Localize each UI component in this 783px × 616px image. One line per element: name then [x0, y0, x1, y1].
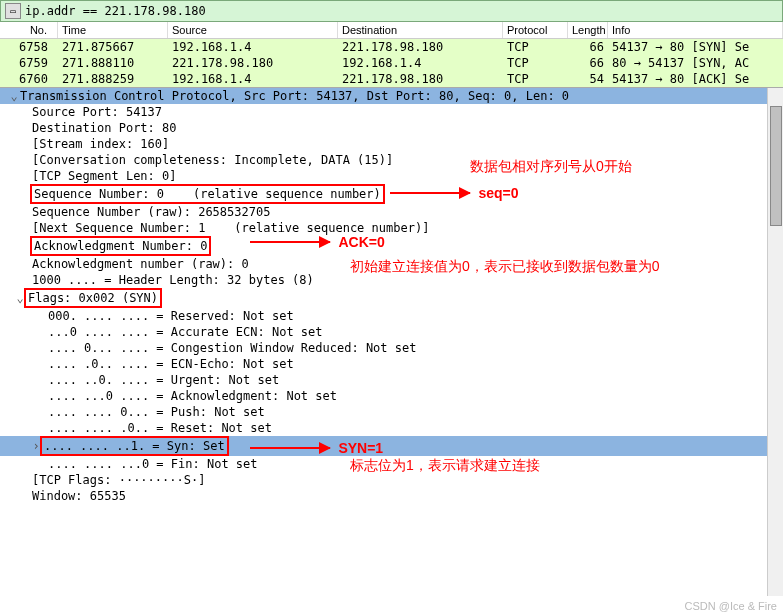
packet-list: No. Time Source Destination Protocol Len…	[0, 22, 783, 88]
field-srcport[interactable]: Source Port: 54137	[0, 104, 783, 120]
ack-highlight: Acknowledgment Number: 0	[30, 236, 211, 256]
watermark: CSDN @Ice & Fire	[685, 600, 777, 612]
bookmark-icon[interactable]: ▭	[5, 3, 21, 19]
annotation-syn-note: 标志位为1，表示请求建立连接	[350, 457, 540, 475]
field-window[interactable]: Window: 65535	[0, 488, 783, 504]
col-time[interactable]: Time	[58, 22, 168, 38]
annotation-ack-note: 初始建立连接值为0，表示已接收到数据包数量为0	[350, 258, 660, 276]
flag-ack[interactable]: .... ...0 .... = Acknowledgment: Not set	[0, 388, 783, 404]
field-seglen[interactable]: [TCP Segment Len: 0]	[0, 168, 783, 184]
protocol-header[interactable]: ⌄Transmission Control Protocol, Src Port…	[0, 88, 783, 104]
syn-highlight: .... .... ..1. = Syn: Set	[40, 436, 229, 456]
col-no[interactable]: No.	[0, 22, 58, 38]
col-protocol[interactable]: Protocol	[503, 22, 568, 38]
col-info[interactable]: Info	[608, 22, 783, 38]
packet-details[interactable]: ⌄Transmission Control Protocol, Src Port…	[0, 88, 783, 596]
col-length[interactable]: Length	[568, 22, 608, 38]
annotation-ack-arrow: ACK=0	[250, 234, 385, 250]
packet-list-header: No. Time Source Destination Protocol Len…	[0, 22, 783, 39]
field-flags[interactable]: ⌄Flags: 0x002 (SYN)	[0, 288, 783, 308]
scrollbar[interactable]	[767, 88, 783, 596]
flag-ece[interactable]: .... .0.. .... = ECN-Echo: Not set	[0, 356, 783, 372]
flag-cwr[interactable]: .... 0... .... = Congestion Window Reduc…	[0, 340, 783, 356]
field-conv[interactable]: [Conversation completeness: Incomplete, …	[0, 152, 783, 168]
field-nextseq[interactable]: [Next Sequence Number: 1 (relative seque…	[0, 220, 783, 236]
flag-reserved[interactable]: 000. .... .... = Reserved: Not set	[0, 308, 783, 324]
flag-syn[interactable]: ›.... .... ..1. = Syn: Set	[0, 436, 783, 456]
field-seqraw[interactable]: Sequence Number (raw): 2658532705	[0, 204, 783, 220]
field-stream[interactable]: [Stream index: 160]	[0, 136, 783, 152]
flag-urg[interactable]: .... ..0. .... = Urgent: Not set	[0, 372, 783, 388]
scrollbar-thumb[interactable]	[770, 106, 782, 226]
flag-ae[interactable]: ...0 .... .... = Accurate ECN: Not set	[0, 324, 783, 340]
field-dstport[interactable]: Destination Port: 80	[0, 120, 783, 136]
flags-highlight: Flags: 0x002 (SYN)	[24, 288, 162, 308]
field-acknum[interactable]: Acknowledgment Number: 0	[0, 236, 783, 256]
col-destination[interactable]: Destination	[338, 22, 503, 38]
seq-highlight: Sequence Number: 0 (relative sequence nu…	[30, 184, 385, 204]
annotation-syn-arrow: SYN=1	[250, 440, 383, 456]
filter-bar: ▭ ip.addr == 221.178.98.180	[0, 0, 783, 22]
flag-rst[interactable]: .... .... .0.. = Reset: Not set	[0, 420, 783, 436]
col-source[interactable]: Source	[168, 22, 338, 38]
flag-psh[interactable]: .... .... 0... = Push: Not set	[0, 404, 783, 420]
packet-row[interactable]: 6760 271.888259 192.168.1.4 221.178.98.1…	[0, 71, 783, 87]
packet-row[interactable]: 6758 271.875667 192.168.1.4 221.178.98.1…	[0, 39, 783, 55]
annotation-seq-note: 数据包相对序列号从0开始	[470, 158, 632, 176]
expand-icon[interactable]: ⌄	[8, 88, 20, 104]
annotation-seq-arrow: seq=0	[390, 185, 519, 201]
filter-input[interactable]: ip.addr == 221.178.98.180	[25, 4, 206, 18]
packet-row[interactable]: 6759 271.888110 221.178.98.180 192.168.1…	[0, 55, 783, 71]
